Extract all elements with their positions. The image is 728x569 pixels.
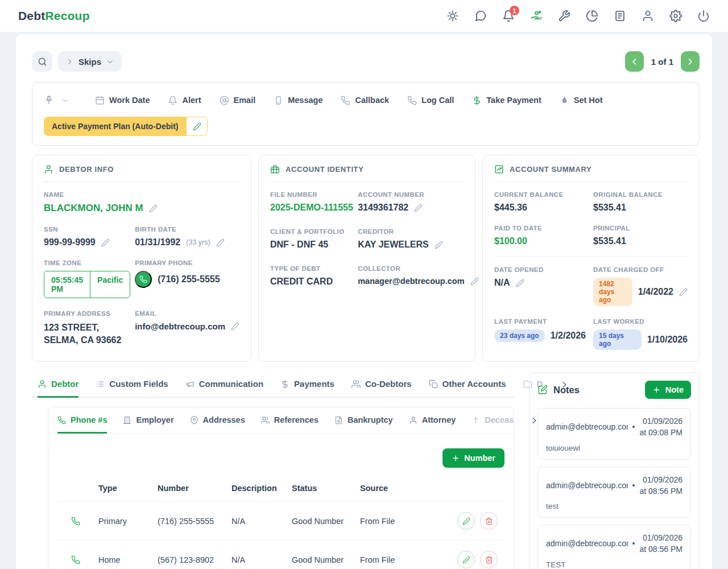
edit-name-icon[interactable] [149, 204, 158, 213]
work-date-button[interactable]: Work Date [95, 96, 150, 105]
tab-debtor[interactable]: Debtor [38, 372, 78, 398]
tools-button[interactable] [558, 10, 570, 22]
account-detail-tabs-area: Debtor Custom Fields Communication Payme… [32, 372, 514, 569]
take-payment-button[interactable]: Take Payment [472, 96, 541, 105]
edit-birth-date-icon[interactable] [216, 238, 225, 247]
email-value: info@debtrecoup.com [135, 321, 225, 331]
age-value: (33 yrs) [186, 238, 210, 246]
pushpin-icon [44, 95, 54, 105]
edit-date-opened-icon[interactable] [516, 279, 524, 287]
delete-phone-button[interactable] [480, 551, 498, 568]
phone-number: (716) 255-5555 [154, 502, 228, 541]
client-portfolio-label: CLIENT & PORTFOLIO [270, 228, 353, 235]
add-number-label: Number [464, 453, 495, 463]
copy-icon [429, 380, 438, 389]
phone-description: N/A [228, 502, 288, 541]
add-number-button[interactable]: Number [442, 448, 504, 468]
note-date: 01/09/2026 [643, 475, 682, 484]
edit-account-number-icon[interactable] [414, 204, 423, 212]
subtab-bankruptcy[interactable]: Bankruptcy [334, 407, 393, 434]
set-hot-label: Set Hot [574, 96, 603, 105]
debtor-info-card: DEBTOR INFO NAME BLACKMON, JOHN M SSN 99… [32, 155, 251, 362]
tab-label: Debtor [51, 379, 78, 389]
user-icon [409, 416, 417, 424]
alert-button[interactable]: Alert [168, 96, 201, 105]
log-call-button[interactable]: Log Call [407, 96, 454, 105]
message-button[interactable]: Message [274, 96, 322, 105]
edit-status-tag-button[interactable] [186, 117, 208, 136]
account-number-value: 3149361782 [358, 203, 408, 213]
subtab-addresses[interactable]: Addresses [190, 407, 245, 434]
phone-type: Primary [95, 502, 154, 541]
edit-phone-button[interactable] [457, 551, 475, 568]
edit-ssn-icon[interactable] [101, 238, 110, 247]
search-button[interactable] [32, 51, 52, 72]
notes-panel: Notes Note admin@debtrecoup.com • 01/09/… [529, 372, 700, 569]
flame-icon [560, 96, 569, 105]
account-summary-card: ACCOUNT SUMMARY CURRENT BALANCE $445.36 … [482, 155, 700, 362]
logout-button[interactable] [697, 10, 710, 22]
tab-co-debtors[interactable]: Co-Debtors [351, 372, 412, 398]
edit-email-icon[interactable] [231, 322, 239, 331]
set-hot-button[interactable]: Set Hot [560, 96, 603, 105]
tab-other-accounts[interactable]: Other Accounts [429, 372, 506, 398]
pin-menu[interactable] [44, 95, 69, 105]
add-note-button[interactable]: Note [645, 381, 691, 399]
tab-custom-fields[interactable]: Custom Fields [96, 372, 168, 398]
call-primary-phone-button[interactable] [135, 271, 152, 288]
pencil-icon [193, 122, 201, 131]
ledger-button[interactable] [614, 10, 626, 22]
cross-icon [471, 416, 480, 424]
take-payment-label: Take Payment [486, 96, 541, 105]
smartphone-icon [274, 96, 283, 105]
tab-communication[interactable]: Communication [185, 372, 263, 398]
theme-toggle-button[interactable] [446, 10, 459, 22]
debtor-subsection-card: Phone #s Employer Addresses References [48, 407, 514, 569]
original-balance-label: ORIGINAL BALANCE [593, 191, 688, 198]
subtab-phone-numbers[interactable]: Phone #s [57, 407, 107, 434]
note-body: toiuiouewl [546, 444, 682, 452]
callback-button[interactable]: Callback [341, 96, 389, 105]
status-tag: Active Payment Plan (Auto-Debit) [44, 117, 186, 136]
account-identity-card: ACCOUNT IDENTITY FILE NUMBER 2025-DEMO-1… [258, 155, 475, 362]
edit-collector-icon[interactable] [470, 277, 479, 286]
tools-icon [558, 10, 570, 22]
subtab-attorney[interactable]: Attorney [409, 407, 456, 434]
subtab-employer[interactable]: Employer [123, 407, 173, 434]
notes-title: Notes [553, 385, 580, 395]
reports-button[interactable] [586, 10, 598, 22]
work-date-label: Work Date [109, 96, 150, 105]
edit-date-charged-off-icon[interactable] [679, 288, 688, 296]
main-tab-bar: Debtor Custom Fields Communication Payme… [32, 372, 514, 398]
next-record-button[interactable] [681, 51, 700, 72]
subtab-references[interactable]: References [261, 407, 318, 434]
briefcase-icon [270, 164, 280, 174]
edit-phone-button[interactable] [457, 512, 475, 530]
alert-label: Alert [182, 96, 201, 105]
queue-dropdown[interactable]: Skips [58, 51, 122, 72]
phone-icon [71, 555, 92, 564]
date-charged-off-value: 1/4/2022 [638, 287, 673, 297]
notifications-button[interactable]: 1 [502, 10, 515, 22]
type-column-header: Type [95, 476, 154, 502]
birth-date-label: BIRTH DATE [135, 226, 239, 233]
last-worked-label: LAST WORKED [593, 318, 688, 325]
settings-button[interactable] [669, 10, 682, 22]
tab-payments[interactable]: Payments [280, 372, 334, 398]
chat-button[interactable] [474, 10, 487, 22]
chart-icon [494, 164, 504, 174]
creditor-value: KAY JEWELERS [358, 240, 428, 250]
phone-icon [407, 96, 417, 105]
tab-label: Other Accounts [442, 379, 506, 389]
payments-button[interactable] [530, 10, 543, 22]
gear-icon [669, 10, 682, 22]
pagination-text: 1 of 1 [651, 57, 673, 67]
subtab-deceased-truncated[interactable]: Deceas [471, 407, 514, 434]
profile-button[interactable] [642, 10, 654, 22]
email-button[interactable]: Email [220, 96, 256, 105]
previous-record-button[interactable] [625, 51, 644, 72]
logo-part2: Recoup [45, 9, 89, 22]
delete-phone-button[interactable] [480, 512, 498, 530]
edit-creditor-icon[interactable] [435, 241, 443, 249]
phone-number: (567) 123-8902 [154, 541, 228, 569]
